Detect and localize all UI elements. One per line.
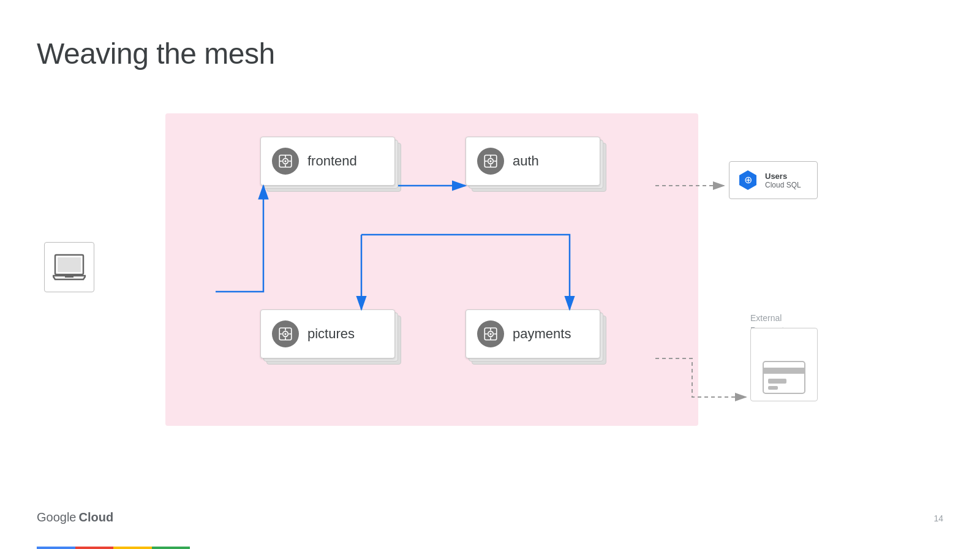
cloud-text: Cloud xyxy=(79,510,114,524)
line-blue xyxy=(37,547,75,549)
frontend-card-stack: frontend xyxy=(260,137,401,198)
line-green xyxy=(152,547,190,549)
svg-point-2 xyxy=(284,160,286,162)
svg-point-23 xyxy=(489,333,491,335)
svg-rect-29 xyxy=(58,257,81,272)
line-yellow xyxy=(113,547,152,549)
line-red xyxy=(75,547,114,549)
pictures-label: pictures xyxy=(307,326,355,342)
pictures-icon xyxy=(272,320,299,347)
laptop-icon xyxy=(44,242,94,292)
payments-card-stack: payments xyxy=(466,309,606,371)
cloud-sql-title: Users xyxy=(765,172,801,181)
google-cloud-footer: Google Cloud xyxy=(37,510,113,524)
auth-card-stack: auth xyxy=(466,137,606,198)
cloud-sql-box: ⊕ Users Cloud SQL xyxy=(729,161,818,199)
footer-line xyxy=(37,547,190,549)
auth-icon xyxy=(477,148,504,175)
auth-label: auth xyxy=(513,153,539,169)
payments-icon xyxy=(477,320,504,347)
payments-label: payments xyxy=(513,326,571,342)
external-payment-box xyxy=(750,328,818,401)
svg-rect-36 xyxy=(768,386,778,390)
frontend-label: frontend xyxy=(307,153,357,169)
mesh-background xyxy=(165,113,698,426)
cloud-sql-sub: Cloud SQL xyxy=(765,181,801,189)
svg-point-9 xyxy=(489,160,491,162)
svg-rect-34 xyxy=(763,368,805,374)
page-number: 14 xyxy=(933,513,943,523)
slide-title: Weaving the mesh xyxy=(37,37,275,70)
svg-text:⊕: ⊕ xyxy=(744,175,752,185)
svg-rect-35 xyxy=(768,379,786,384)
diagram-container: frontend auth xyxy=(165,113,698,426)
google-text: Google xyxy=(37,510,77,524)
svg-point-16 xyxy=(284,333,286,335)
pictures-card-stack: pictures xyxy=(260,309,401,371)
frontend-icon xyxy=(272,148,299,175)
